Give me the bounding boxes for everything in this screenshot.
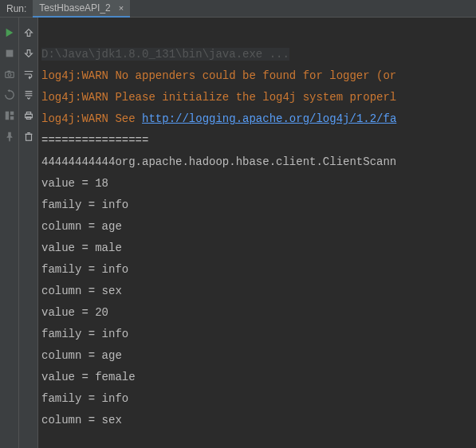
- output-line: value = female: [41, 371, 136, 383]
- svg-rect-1: [6, 50, 13, 57]
- restore-layout-icon[interactable]: [3, 88, 16, 101]
- console-output[interactable]: D:\Java\jdk1.8.0_131\bin\java.exe ... lo…: [38, 18, 476, 448]
- console-cmd: D:\Java\jdk1.8.0_131\bin\java.exe ...: [41, 48, 289, 61]
- output-line: family = info: [41, 328, 128, 340]
- output-line: column = age: [41, 220, 122, 233]
- rerun-icon[interactable]: [3, 26, 16, 39]
- camera-icon[interactable]: [3, 68, 16, 81]
- output-line: value = 18: [41, 177, 108, 190]
- output-line: column = sex: [41, 285, 122, 297]
- output-line: value = male: [41, 242, 122, 254]
- layout-icon[interactable]: [3, 109, 16, 122]
- tab-testhbaseapi2[interactable]: TestHbaseAPI_2 ×: [33, 0, 130, 18]
- svg-point-3: [8, 73, 11, 77]
- output-line: family = info: [41, 198, 128, 211]
- svg-marker-5: [7, 89, 10, 92]
- warn-line: log4j:WARN Please initialize the log4j s…: [41, 91, 396, 104]
- up-arrow-icon[interactable]: [22, 26, 35, 39]
- svg-rect-8: [10, 116, 13, 120]
- output-line: 44444444444org.apache.hadoop.hbase.clien…: [41, 155, 396, 168]
- scroll-to-end-icon[interactable]: [22, 88, 35, 101]
- tab-label: TestHbaseAPI_2: [39, 2, 110, 14]
- top-bar: Run: TestHbaseAPI_2 ×: [0, 0, 476, 18]
- output-line: column = age: [41, 349, 122, 362]
- gutter-right: [19, 18, 38, 448]
- output-line: family = info: [41, 263, 128, 276]
- stop-icon[interactable]: [3, 47, 16, 60]
- main-area: D:\Java\jdk1.8.0_131\bin\java.exe ... lo…: [0, 18, 476, 448]
- warn-line: log4j:WARN See: [41, 112, 142, 125]
- close-icon[interactable]: ×: [116, 3, 127, 13]
- output-line: column = sex: [41, 414, 122, 426]
- run-label: Run:: [0, 3, 33, 14]
- output-line: value = 20: [41, 306, 108, 319]
- output-line: family = info: [41, 392, 128, 405]
- svg-rect-12: [26, 134, 31, 140]
- gutter-left: [0, 18, 19, 448]
- svg-rect-10: [26, 112, 30, 115]
- svg-rect-4: [7, 71, 10, 73]
- warn-line: log4j:WARN No appenders could be found f…: [41, 69, 396, 82]
- warn-link[interactable]: http://logging.apache.org/log4j/1.2/fa: [142, 112, 396, 125]
- svg-marker-0: [6, 29, 13, 37]
- pin-icon[interactable]: [3, 130, 16, 143]
- soft-wrap-icon[interactable]: [22, 68, 35, 81]
- trash-icon[interactable]: [22, 130, 35, 143]
- down-arrow-icon[interactable]: [22, 47, 35, 60]
- print-icon[interactable]: [22, 109, 35, 122]
- svg-rect-7: [10, 112, 13, 115]
- separator-line: ================: [41, 134, 148, 147]
- svg-rect-6: [5, 112, 8, 120]
